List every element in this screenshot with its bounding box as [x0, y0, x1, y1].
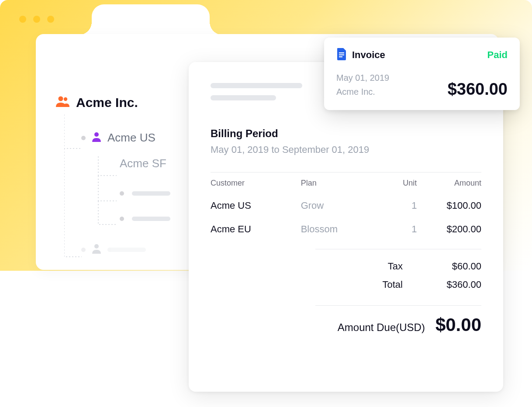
window-dot: [47, 16, 54, 23]
billing-period-range: May 01, 2019 to September 01, 2019: [211, 144, 481, 155]
tree-root-label: Acme Inc.: [76, 95, 138, 110]
popup-company: Acme Inc.: [336, 85, 389, 99]
cell-unit: 1: [378, 200, 417, 211]
col-plan: Plan: [301, 179, 378, 188]
svg-point-1: [64, 97, 67, 101]
tree-root[interactable]: Acme Inc.: [56, 95, 196, 110]
document-icon: [336, 48, 347, 62]
billing-period-title: Billing Period: [211, 128, 481, 140]
window-dot: [33, 16, 40, 23]
browser-tab[interactable]: [92, 4, 210, 35]
tree-node-dot: [120, 191, 124, 196]
popup-date: May 01, 2019: [336, 71, 389, 85]
svg-rect-4: [339, 52, 344, 53]
account-tree: Acme Inc. Acme US Acme SF: [56, 95, 196, 256]
cell-customer: Acme US: [211, 200, 301, 211]
svg-point-2: [94, 132, 99, 137]
tree-grandchild[interactable]: Acme SF: [120, 157, 196, 170]
popup-meta: May 01, 2019 Acme Inc.: [336, 71, 389, 99]
window-dot: [19, 16, 26, 23]
tree-node-dot: [120, 217, 124, 221]
cell-unit: 1: [378, 224, 417, 235]
invoice-card: Billing Period May 01, 2019 to September…: [189, 62, 503, 392]
popup-amount: $360.00: [448, 80, 508, 99]
invoice-summary-card[interactable]: Invoice Paid May 01, 2019 Acme Inc. $360…: [324, 38, 520, 110]
person-icon: [92, 132, 101, 144]
svg-point-3: [94, 244, 99, 248]
svg-rect-6: [339, 56, 342, 57]
skeleton-line: [211, 95, 276, 100]
divider: [315, 249, 481, 249]
amount-due-label: Amount Due(USD): [338, 321, 425, 334]
skeleton-line: [211, 83, 302, 88]
tree-child[interactable]: Acme US: [81, 131, 196, 145]
table-row: Acme EU Blossom 1 $200.00: [211, 217, 481, 241]
total-row: Total $360.00: [211, 276, 481, 294]
status-badge: Paid: [487, 49, 508, 61]
table-header: Customer Plan Unit Amount: [211, 172, 481, 194]
people-icon: [56, 96, 70, 110]
col-customer: Customer: [211, 179, 301, 188]
skeleton-line: [107, 248, 146, 252]
tax-row: Tax $60.00: [211, 257, 481, 276]
person-icon: [92, 244, 101, 256]
cell-plan: Grow: [301, 200, 378, 211]
skeleton-line: [132, 191, 170, 196]
popup-title: Invoice: [352, 49, 385, 61]
tax-label: Tax: [388, 261, 403, 272]
tree-grandchild-label: Acme SF: [120, 157, 166, 170]
divider: [315, 305, 481, 306]
svg-point-0: [59, 97, 63, 101]
cell-amount: $100.00: [417, 200, 481, 211]
total-label: Total: [383, 279, 403, 290]
tree-node-dot: [81, 248, 86, 252]
cell-amount: $200.00: [417, 224, 481, 235]
cell-customer: Acme EU: [211, 224, 301, 235]
col-unit: Unit: [378, 179, 417, 188]
table-row: Acme US Grow 1 $100.00: [211, 194, 481, 217]
tree-skeleton-item: [120, 191, 196, 196]
tax-value: $60.00: [429, 261, 481, 272]
tree-skeleton-item: [120, 217, 196, 221]
tree-child-faded: [81, 244, 196, 256]
col-amount: Amount: [417, 179, 481, 188]
tree-child-label: Acme US: [107, 131, 155, 145]
amount-due-row: Amount Due(USD) $0.00: [211, 314, 481, 335]
window-controls: [19, 16, 54, 23]
amount-due-value: $0.00: [435, 314, 481, 335]
total-value: $360.00: [429, 279, 481, 290]
svg-rect-5: [339, 55, 344, 55]
tree-node-dot: [81, 136, 86, 140]
skeleton-line: [132, 217, 170, 221]
cell-plan: Blossom: [301, 224, 378, 235]
